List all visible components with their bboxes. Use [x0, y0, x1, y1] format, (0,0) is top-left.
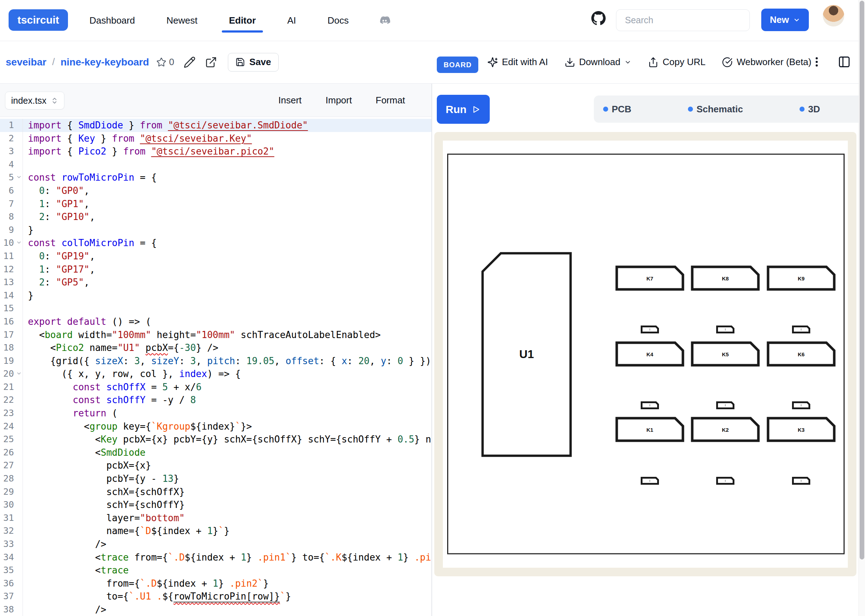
more-options-button[interactable] — [811, 56, 823, 68]
editor-menu-format[interactable]: Format — [376, 84, 405, 116]
code-line[interactable]: 5const rowToMicroPin = { — [0, 171, 432, 184]
code-line-text[interactable]: const colToMicroPin = { — [23, 236, 157, 250]
board-badge[interactable]: BOARD — [437, 57, 478, 73]
code-line[interactable]: 16export default () => ( — [0, 315, 432, 328]
star-button[interactable]: 0 — [156, 57, 174, 68]
code-line-text[interactable]: const rowToMicroPin = { — [23, 171, 157, 184]
code-line-text[interactable]: /> — [23, 537, 106, 551]
editor-menu-import[interactable]: Import — [325, 84, 352, 116]
view-tab-pcb[interactable]: PCB — [603, 104, 631, 115]
code-line[interactable]: 2import { Key } from "@tsci/seveibar.Key… — [0, 132, 432, 145]
code-line-text[interactable]: pcbX={x} — [23, 459, 151, 472]
code-line[interactable]: 6 0: "GP0", — [0, 184, 432, 198]
search-input[interactable] — [616, 9, 750, 31]
nav-item-editor[interactable]: Editor — [227, 0, 258, 41]
code-line[interactable]: 17 <board width="100mm" height="100mm" s… — [0, 328, 432, 342]
code-line-text[interactable]: <trace from={`.D${index + 1} .pin1`} to=… — [23, 551, 432, 564]
open-external-button[interactable] — [205, 56, 217, 68]
code-line-text[interactable]: name={`D${index + 1}`} — [23, 525, 230, 537]
code-line[interactable]: 33 /> — [0, 537, 432, 551]
breadcrumb-project[interactable]: nine-key-keyboard — [60, 57, 149, 68]
code-line-text[interactable]: <group key={`Kgroup${index}`}> — [23, 420, 252, 433]
code-line-text[interactable]: <board width="100mm" height="100mm" schT… — [23, 328, 381, 342]
code-line-text[interactable]: } — [23, 223, 34, 237]
code-line-text[interactable]: 0: "GP19", — [23, 250, 95, 263]
code-line-text[interactable]: schX={schOffX} — [23, 486, 185, 499]
copy-url-button[interactable]: Copy URL — [648, 57, 705, 68]
code-line[interactable]: 1import { SmdDiode } from "@tsci/seveiba… — [0, 119, 432, 132]
breadcrumb-owner[interactable]: seveibar — [6, 57, 47, 68]
nav-item-dashboard[interactable]: Dashboard — [87, 0, 137, 41]
edit-with-ai-button[interactable]: Edit with AI — [487, 57, 548, 68]
code-line-text[interactable] — [23, 302, 28, 315]
code-line-text[interactable]: from={`.D${index + 1} .pin2`} — [23, 577, 268, 590]
code-line[interactable]: 30 schY={schOffY} — [0, 498, 432, 512]
code-line-text[interactable]: to={`.U1 .${rowToMicroPin[row]}`} — [23, 590, 291, 603]
code-line-text[interactable]: import { Key } from "@tsci/seveibar.Key" — [23, 132, 252, 145]
code-editor[interactable]: 1import { SmdDiode } from "@tsci/seveiba… — [0, 117, 432, 616]
code-line[interactable]: 24 <group key={`Kgroup${index}`}> — [0, 420, 432, 433]
nav-item-newest[interactable]: Newest — [164, 0, 199, 41]
code-line[interactable]: 31 layer="bottom" — [0, 512, 432, 525]
code-line[interactable]: 3import { Pico2 } from "@tsci/seveibar.p… — [0, 145, 432, 158]
code-line-text[interactable]: } — [23, 289, 34, 302]
rename-button[interactable] — [184, 56, 196, 68]
assembly-canvas[interactable]: U1K7K8K9K4K5K6K1K2K3 — [443, 141, 848, 568]
code-line[interactable]: 38 /> — [0, 603, 432, 616]
code-line-text[interactable]: import { Pico2 } from "@tsci/seveibar.pi… — [23, 145, 275, 158]
code-line[interactable]: 35 <trace — [0, 564, 432, 577]
code-line-text[interactable]: import { SmdDiode } from "@tsci/seveibar… — [23, 119, 308, 132]
code-line[interactable]: 12 1: "GP17", — [0, 263, 432, 276]
code-line[interactable]: 15 — [0, 302, 432, 315]
code-line[interactable]: 20 ({ x, y, row, col }, index) => { — [0, 368, 432, 380]
toggle-panel-button[interactable] — [838, 55, 851, 68]
discord-icon[interactable] — [378, 14, 391, 28]
save-button[interactable]: Save — [228, 53, 279, 72]
code-line-text[interactable] — [23, 158, 28, 171]
page-scrollbar[interactable] — [859, 0, 865, 616]
code-line[interactable]: 19 {grid({ sizeX: 3, sizeY: 3, pitch: 19… — [0, 355, 432, 368]
scrollbar-thumb[interactable] — [860, 1, 864, 559]
code-line[interactable]: 36 from={`.D${index + 1} .pin2`} — [0, 577, 432, 590]
code-line-text[interactable]: 1: "GP1", — [23, 198, 89, 211]
code-line-text[interactable]: const schOffY = -y / 8 — [23, 393, 196, 407]
code-line[interactable]: 34 <trace from={`.D${index + 1} .pin1`} … — [0, 551, 432, 564]
code-line-text[interactable]: <trace — [23, 564, 129, 577]
code-line[interactable]: 26 <SmdDiode — [0, 446, 432, 459]
code-line-text[interactable]: /> — [23, 603, 106, 616]
editor-menu-insert[interactable]: Insert — [278, 84, 301, 116]
code-line-text[interactable]: <Pico2 name="U1" pcbX={-30} /> — [23, 341, 218, 355]
code-line[interactable]: 28 pcbY={y - 13} — [0, 472, 432, 486]
code-line[interactable]: 10const colToMicroPin = { — [0, 236, 432, 250]
code-line[interactable]: 7 1: "GP1", — [0, 198, 432, 211]
code-line[interactable]: 18 <Pico2 name="U1" pcbX={-30} /> — [0, 341, 432, 355]
code-line-text[interactable]: schY={schOffY} — [23, 498, 185, 512]
code-line-text[interactable]: layer="bottom" — [23, 512, 185, 525]
code-line[interactable]: 13 2: "GP5", — [0, 276, 432, 289]
webworker-toggle[interactable]: Webworker (Beta) — [722, 57, 811, 68]
code-line[interactable]: 32 name={`D${index + 1}`} — [0, 525, 432, 537]
download-button[interactable]: Download — [565, 57, 632, 68]
code-line[interactable]: 22 const schOffY = -y / 8 — [0, 393, 432, 407]
code-line-text[interactable]: ({ x, y, row, col }, index) => { — [23, 368, 241, 380]
code-line-text[interactable]: 2: "GP5", — [23, 276, 89, 289]
code-line[interactable]: 21 const schOffX = 5 + x/6 — [0, 380, 432, 394]
fold-toggle-icon[interactable] — [16, 174, 22, 180]
github-icon[interactable] — [591, 11, 606, 25]
code-line-text[interactable]: 0: "GP0", — [23, 184, 89, 198]
view-tab-3d[interactable]: 3D — [799, 104, 820, 115]
fold-toggle-icon[interactable] — [16, 240, 22, 245]
code-line-text[interactable]: 2: "GP10", — [23, 211, 95, 223]
code-line-text[interactable]: {grid({ sizeX: 3, sizeY: 3, pitch: 19.05… — [23, 355, 432, 368]
code-line[interactable]: 9} — [0, 223, 432, 237]
code-line-text[interactable]: pcbY={y - 13} — [23, 472, 179, 486]
code-line-text[interactable]: 1: "GP17", — [23, 263, 95, 276]
avatar[interactable] — [823, 5, 844, 27]
code-line-text[interactable]: <Key pcbX={x} pcbY={y} schX={schOffX} sc… — [23, 433, 432, 446]
code-line-text[interactable]: const schOffX = 5 + x/6 — [23, 380, 201, 394]
nav-item-ai[interactable]: AI — [285, 0, 298, 41]
code-line-text[interactable]: <SmdDiode — [23, 446, 146, 459]
view-tab-schematic[interactable]: Schematic — [688, 104, 743, 115]
file-tab-selector[interactable]: index.tsx — [5, 91, 64, 110]
code-line-text[interactable]: export default () => ( — [23, 315, 151, 328]
